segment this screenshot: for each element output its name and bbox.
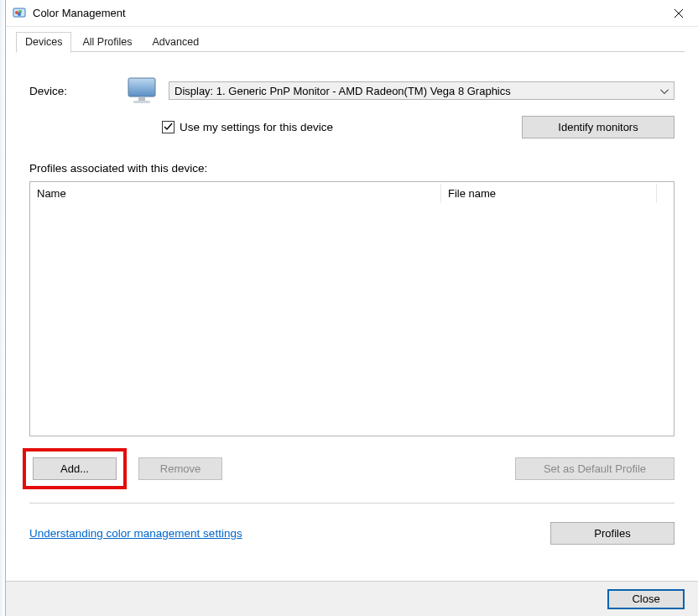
dialog-bottom-bar: Close bbox=[6, 581, 698, 616]
close-button[interactable]: Close bbox=[607, 589, 685, 609]
device-label: Device: bbox=[29, 85, 122, 97]
add-button-highlight: Add... bbox=[23, 448, 127, 489]
identify-monitors-button[interactable]: Identify monitors bbox=[522, 116, 675, 138]
column-header-tail[interactable] bbox=[657, 190, 674, 196]
profiles-body bbox=[30, 204, 674, 436]
profiles-heading: Profiles associated with this device: bbox=[29, 162, 675, 175]
svg-rect-6 bbox=[128, 78, 155, 97]
column-header-name[interactable]: Name bbox=[30, 184, 441, 203]
device-dropdown-value: Display: 1. Generic PnP Monitor - AMD Ra… bbox=[174, 85, 511, 97]
svg-point-3 bbox=[18, 13, 21, 16]
svg-rect-8 bbox=[133, 101, 150, 103]
monitor-icon bbox=[125, 76, 162, 106]
color-management-icon bbox=[13, 7, 26, 20]
tab-strip: Devices All Profiles Advanced bbox=[6, 29, 698, 52]
svg-rect-7 bbox=[138, 97, 145, 101]
understanding-color-link[interactable]: Understanding color management settings bbox=[29, 527, 242, 540]
profiles-button[interactable]: Profiles bbox=[550, 522, 675, 545]
color-management-window: Color Management Devices All Profiles Ad… bbox=[5, 0, 698, 616]
use-my-settings-label: Use my settings for this device bbox=[180, 121, 333, 133]
checkbox-icon bbox=[162, 121, 174, 133]
column-header-file-name[interactable]: File name bbox=[441, 184, 657, 203]
device-dropdown[interactable]: Display: 1. Generic PnP Monitor - AMD Ra… bbox=[169, 81, 675, 100]
remove-button[interactable]: Remove bbox=[138, 457, 222, 480]
window-title: Color Management bbox=[33, 7, 126, 19]
tab-content: Device: Display: 1. Generic PnP Monitor … bbox=[6, 52, 698, 553]
tab-devices[interactable]: Devices bbox=[16, 32, 71, 53]
titlebar: Color Management bbox=[6, 0, 698, 27]
profiles-header: Name File name bbox=[30, 182, 674, 204]
tab-advanced[interactable]: Advanced bbox=[143, 32, 209, 52]
separator bbox=[29, 503, 675, 504]
profiles-listview[interactable]: Name File name bbox=[29, 181, 675, 436]
close-icon bbox=[675, 9, 683, 18]
use-my-settings-checkbox[interactable]: Use my settings for this device bbox=[162, 121, 333, 133]
tab-all-profiles[interactable]: All Profiles bbox=[73, 32, 141, 52]
chevron-down-icon bbox=[660, 85, 669, 97]
set-default-profile-button[interactable]: Set as Default Profile bbox=[515, 457, 675, 480]
add-button[interactable]: Add... bbox=[33, 457, 117, 480]
window-close-button[interactable] bbox=[659, 0, 698, 27]
